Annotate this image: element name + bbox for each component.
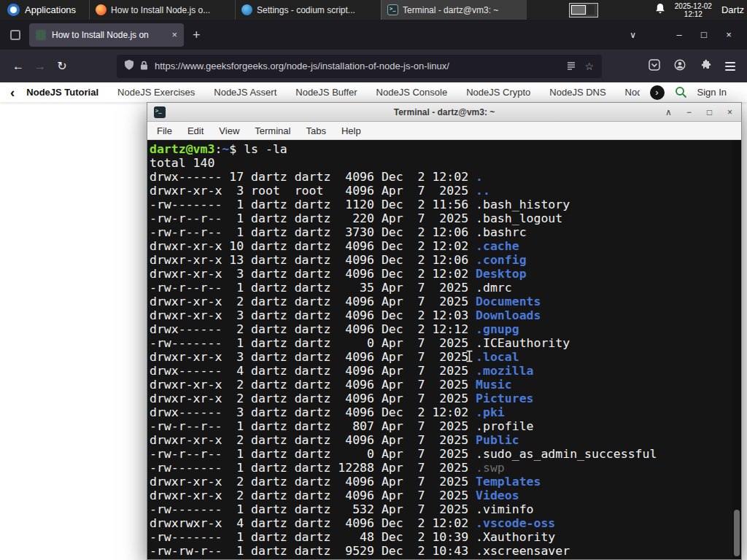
notification-bell-icon[interactable] <box>655 3 665 18</box>
reader-mode-icon[interactable] <box>567 60 576 73</box>
terminal-output-line: drwxr-xr-x 13 dartz dartz 4096 Dec 2 12:… <box>150 253 741 267</box>
terminal-scrollbar-thumb[interactable] <box>734 510 740 556</box>
listing-name: Documents <box>476 295 541 308</box>
prompt-dollar: $ <box>229 142 244 156</box>
panel-clock[interactable]: 2025-12-02 12:12 <box>675 2 712 18</box>
url-text: https://www.geeksforgeeks.org/node-js/in… <box>155 61 560 71</box>
tab-close-icon[interactable]: × <box>171 29 177 40</box>
terminal-menu-file[interactable]: File <box>157 125 172 136</box>
listing-name: .mozilla <box>476 364 533 378</box>
nav-item-nodejs-exercises[interactable]: NodeJS Exercises <box>117 87 195 98</box>
window-maximize-button[interactable]: □ <box>692 29 716 40</box>
extensions-puzzle-icon[interactable] <box>700 59 711 74</box>
listing-meta: -rw------- 1 dartz dartz 1120 Dec 2 11:5… <box>150 198 476 211</box>
terminal-menu-tabs[interactable]: Tabs <box>306 125 325 136</box>
taskbar-window-button-3[interactable]: Terminal - dartz@vm3: ~ <box>381 0 527 20</box>
terminal-output-line: drwxr-xr-x 2 dartz dartz 4096 Apr 7 2025… <box>150 475 741 489</box>
firefox-navigation-toolbar: ← → ↻ https://www.geeksforgeeks.org/node… <box>0 50 747 82</box>
listing-name: .local <box>476 350 519 364</box>
listing-name: .profile <box>476 419 533 433</box>
clock-date: 2025-12-02 <box>675 2 712 10</box>
prompt-user: dartz@vm3 <box>150 142 214 156</box>
terminal-output-line: drwxr-xr-x 2 dartz dartz 4096 Apr 7 2025… <box>150 378 741 392</box>
sign-in-button[interactable]: Sign In <box>697 87 727 98</box>
reload-button[interactable]: ↻ <box>51 55 73 77</box>
listing-meta: -rw-r--r-- 1 dartz dartz 3730 Dec 2 12:0… <box>150 225 476 239</box>
pocket-icon[interactable] <box>649 59 660 74</box>
bookmark-star-icon[interactable]: ☆ <box>584 61 594 71</box>
terminal-output-line: -rw-r--r-- 1 dartz dartz 0 Apr 7 2025 .s… <box>150 447 741 461</box>
nav-item-nodejs-console[interactable]: NodeJS Console <box>376 87 448 98</box>
terminal-output-line: -rw------- 1 dartz dartz 12288 Apr 7 202… <box>150 461 741 475</box>
back-button[interactable]: ← <box>7 55 29 77</box>
terminal-minimize-button[interactable]: − <box>684 108 694 117</box>
terminal-shade-button[interactable]: ∧ <box>664 108 673 117</box>
window-close-button[interactable]: × <box>716 29 741 40</box>
firefox-view-icon[interactable] <box>10 30 20 40</box>
listing-meta: drwxr-xr-x 2 dartz dartz 4096 Apr 7 2025 <box>150 295 476 308</box>
search-icon[interactable] <box>675 86 687 98</box>
listing-name: .swp <box>476 461 505 475</box>
nav-item-nodejs-tutorial[interactable]: NodeJS Tutorial <box>26 87 98 98</box>
forward-button[interactable]: → <box>29 55 51 77</box>
listing-name: .gnupg <box>476 322 519 336</box>
panel-user-label: Dartz <box>721 4 744 15</box>
taskbar-window-button-1[interactable]: How to Install Node.js o... <box>89 0 235 20</box>
listing-name: .pki <box>476 405 505 419</box>
terminal-scrollbar[interactable] <box>732 140 741 559</box>
terminal-output-line: -rw-r--r-- 1 dartz dartz 35 Apr 7 2025 .… <box>150 281 741 295</box>
account-icon[interactable] <box>674 59 686 74</box>
terminal-menu-terminal[interactable]: Terminal <box>255 125 290 136</box>
terminal-output-line: drwx------ 3 dartz dartz 4096 Dec 2 12:0… <box>150 405 741 419</box>
browser-tab[interactable]: How to Install Node.js on × <box>29 23 184 47</box>
nav-item-nodejs-assert[interactable]: NodeJS Assert <box>214 87 276 98</box>
nav-item-nodejs-crypto[interactable]: NodeJS Crypto <box>466 87 530 98</box>
taskbar-window-button-2[interactable]: Settings - codium script... <box>235 0 381 20</box>
listing-name: Templates <box>476 475 541 489</box>
listing-meta: drwxrwxr-x 4 dartz dartz 4096 Dec 2 12:0… <box>150 516 476 530</box>
listing-name: Desktop <box>476 267 527 281</box>
nav-scroll-left-icon[interactable]: ‹ <box>10 85 15 99</box>
terminal-menu-help[interactable]: Help <box>341 125 361 136</box>
listing-name: .config <box>476 253 527 267</box>
terminal-output-line: drwxr-xr-x 2 dartz dartz 4096 Apr 7 2025… <box>150 489 741 502</box>
window-minimize-button[interactable]: – <box>667 29 692 40</box>
panel-status-area: 2025-12-02 12:12 Dartz <box>655 0 747 20</box>
tabbar-right-controls: ∨ – □ × <box>630 29 741 40</box>
listing-meta: drwxr-xr-x 2 dartz dartz 4096 Apr 7 2025 <box>150 433 476 447</box>
listing-name: Videos <box>476 489 519 502</box>
tab-title: How to Install Node.js on <box>52 30 166 40</box>
listing-meta: drwxr-xr-x 3 dartz dartz 4096 Apr 7 2025 <box>150 350 476 364</box>
nav-scroll-right-icon[interactable]: › <box>650 85 665 100</box>
lock-icon[interactable] <box>140 60 148 73</box>
terminal-body[interactable]: dartz@vm3:~$ ls -la total 140 drwx------… <box>147 140 741 559</box>
listing-name: Music <box>476 378 512 392</box>
terminal-menu-edit[interactable]: Edit <box>187 125 204 136</box>
terminal-output-line: -rw-r--r-- 1 dartz dartz 807 Apr 7 2025 … <box>150 419 741 433</box>
terminal-maximize-button[interactable]: □ <box>705 108 714 117</box>
listing-name: .bash_logout <box>476 211 562 225</box>
nav-item-nodejs-dns[interactable]: NodeJS DNS <box>549 87 605 98</box>
workspace-switcher[interactable] <box>569 3 598 18</box>
nav-item-node[interactable]: Node <box>625 87 640 98</box>
listing-meta: drwx------ 2 dartz dartz 4096 Dec 2 12:1… <box>150 322 476 336</box>
taskbar-window-title: Terminal - dartz@vm3: ~ <box>403 5 521 15</box>
nav-item-nodejs-buffer[interactable]: NodeJS Buffer <box>295 87 357 98</box>
new-tab-button[interactable]: + <box>193 28 201 42</box>
applications-menu-button[interactable]: Applications <box>0 0 83 20</box>
firefox-icon <box>96 4 107 15</box>
list-all-tabs-icon[interactable]: ∨ <box>630 30 636 40</box>
listing-meta: drwxr-xr-x 2 dartz dartz 4096 Apr 7 2025 <box>150 489 476 502</box>
terminal-icon <box>154 106 166 118</box>
listing-meta: drwx------ 17 dartz dartz 4096 Dec 2 12:… <box>150 170 476 184</box>
terminal-close-button[interactable]: × <box>725 108 735 117</box>
url-bar[interactable]: https://www.geeksforgeeks.org/node-js/in… <box>117 55 602 78</box>
terminal-window-title: Terminal - dartz@vm3: ~ <box>147 107 741 117</box>
menu-hamburger-icon[interactable] <box>725 62 735 71</box>
listing-meta: -rw-r--r-- 1 dartz dartz 220 Apr 7 2025 <box>150 211 476 225</box>
listing-name: .ICEauthority <box>476 336 570 350</box>
terminal-menu-view[interactable]: View <box>219 125 239 136</box>
terminal-output-line: -rw------- 1 dartz dartz 532 Apr 7 2025 … <box>150 502 741 516</box>
terminal-titlebar[interactable]: Terminal - dartz@vm3: ~ ∧ − □ × <box>147 103 741 122</box>
tracking-shield-icon[interactable] <box>125 60 133 73</box>
